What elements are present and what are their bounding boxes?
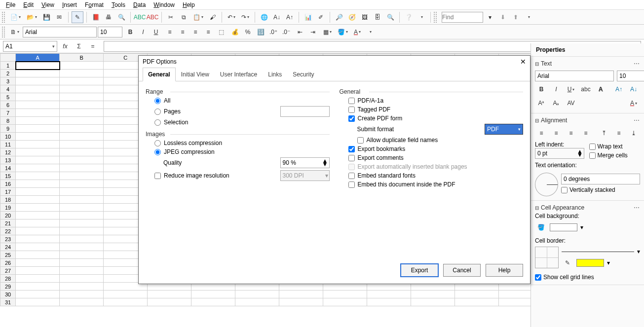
menu-window[interactable]: Window [150,0,179,9]
more-icon[interactable]: ⋯ [634,117,640,124]
row-header[interactable]: 19 [0,204,16,212]
underline-button[interactable]: U [150,26,162,38]
valign-bot-button[interactable]: ⤓ [627,127,640,139]
underline-button[interactable]: U [565,83,577,95]
border-preset-grid[interactable] [535,247,559,268]
row-header[interactable]: 16 [0,180,16,188]
allow-dup-checkbox[interactable] [357,137,364,144]
merge-cells-checkbox[interactable] [589,152,596,159]
spellcheck-button[interactable]: ABC [134,11,146,23]
range-pages-input[interactable] [280,106,330,117]
row-header[interactable]: 26 [0,259,16,267]
edit-mode-button[interactable]: ✎ [72,11,83,23]
tab-security[interactable]: Security [287,68,319,81]
row-header[interactable]: 1 [0,62,16,70]
dpi-combo[interactable]: 300 DPI▾ [280,170,330,181]
submit-format-combo[interactable]: PDF▾ [485,124,523,135]
dropdown-icon[interactable]: ▾ [607,259,610,266]
redo-button[interactable]: ↷ [239,11,252,23]
add-decimal-button[interactable]: .0⁺ [267,26,279,38]
sort-desc-button[interactable]: A↑ [284,11,296,23]
find-input[interactable] [442,12,483,23]
grow-font-button[interactable]: A↑ [612,83,625,95]
equals-button[interactable]: = [87,40,99,52]
row-header[interactable]: 3 [0,77,16,85]
row-header[interactable]: 24 [0,243,16,251]
align-right-button[interactable]: ≡ [565,127,577,139]
collapse-icon[interactable]: ⊟ [535,61,539,67]
toolbar-overflow[interactable] [416,11,427,23]
embed-fonts-checkbox[interactable] [348,173,355,179]
row-header[interactable]: 4 [0,85,16,93]
menu-insert[interactable]: Insert [58,0,81,9]
orientation-degrees[interactable] [561,174,640,184]
quality-input[interactable]: 90 %▲▼ [280,157,330,168]
menu-edit[interactable]: Edit [19,0,38,9]
row-header[interactable]: 28 [0,275,16,283]
email-button[interactable]: ✉ [53,11,65,23]
shrink-font-button[interactable]: A↓ [627,83,640,95]
close-icon[interactable]: ✕ [520,58,526,66]
find-overflow[interactable] [523,11,534,23]
row-header[interactable]: 6 [0,101,16,109]
row-header[interactable]: 23 [0,235,16,243]
menu-file[interactable]: File [2,0,19,9]
bucket-icon[interactable]: 🪣 [535,221,547,233]
draw-button[interactable]: ✐ [315,11,327,23]
tab-initial-view[interactable]: Initial View [176,68,215,81]
valign-mid-button[interactable]: ≡ [612,127,625,139]
align-left-button[interactable]: ≡ [535,127,548,139]
undo-button[interactable]: ↶ [225,11,238,23]
row-header[interactable]: 29 [0,283,16,291]
pdfa-checkbox[interactable] [348,98,355,104]
copy-button[interactable]: ⧉ [178,11,189,23]
corner-cell[interactable] [0,54,16,62]
row-header[interactable]: 11 [0,141,16,148]
tab-user-interface[interactable]: User Interface [215,68,263,81]
percent-button[interactable]: % [242,26,254,38]
align-center-button[interactable]: ≡ [177,26,189,38]
fontcolor-button[interactable]: A [351,26,363,38]
cell[interactable] [60,62,104,70]
row-header[interactable]: 14 [0,164,16,172]
row-header[interactable]: 13 [0,156,16,164]
reduce-resolution-checkbox[interactable] [154,173,161,179]
inc-indent-button[interactable]: ⇥ [307,26,319,38]
more-icon[interactable]: ⋯ [634,60,640,67]
menu-view[interactable]: View [38,0,58,9]
row-header[interactable]: 20 [0,212,16,219]
bg-color-swatch[interactable] [550,223,577,231]
autocheck-button[interactable]: ABC [147,11,158,23]
row-header[interactable]: 8 [0,117,16,125]
cell-reference-box[interactable]: A1 [3,41,57,52]
standard-format-button[interactable]: 🔢 [255,26,266,38]
pencil-icon[interactable]: ✎ [562,257,573,269]
row-header[interactable]: 15 [0,172,16,180]
range-selection-radio[interactable] [154,119,161,126]
find-dropdown[interactable]: ▾ [484,11,496,23]
currency-button[interactable]: 💰 [229,26,241,38]
italic-button[interactable]: I [550,83,563,95]
menu-format[interactable]: Format [81,0,108,9]
bookmarks-checkbox[interactable] [348,146,355,152]
fontcolor-button[interactable]: A [627,97,640,109]
export-pdf-button[interactable]: 📕 [90,11,102,23]
find-prev-button[interactable]: ⬆ [510,11,522,23]
hyperlink-button[interactable]: 🌐 [258,11,270,23]
row-header[interactable]: 25 [0,251,16,259]
export-button[interactable]: Export [401,264,438,277]
row-header[interactable]: 5 [0,93,16,101]
vertical-stack-checkbox[interactable] [561,187,568,193]
range-all-radio[interactable] [154,98,161,104]
new-doc-button[interactable]: 📄 [8,11,23,23]
chart-button[interactable]: 📊 [302,11,314,23]
align-justify-button[interactable]: ≡ [579,127,592,139]
superscript-button[interactable]: Aᵃ [535,97,548,109]
row-header[interactable]: 31 [0,298,16,306]
find-next-button[interactable]: ⬇ [497,11,509,23]
fmt-overflow[interactable] [364,26,376,38]
show-gridlines-checkbox[interactable] [535,274,541,281]
align-center-button[interactable]: ≡ [550,127,563,139]
collapse-icon[interactable]: ⊟ [535,205,539,211]
lossless-radio[interactable] [154,140,161,146]
